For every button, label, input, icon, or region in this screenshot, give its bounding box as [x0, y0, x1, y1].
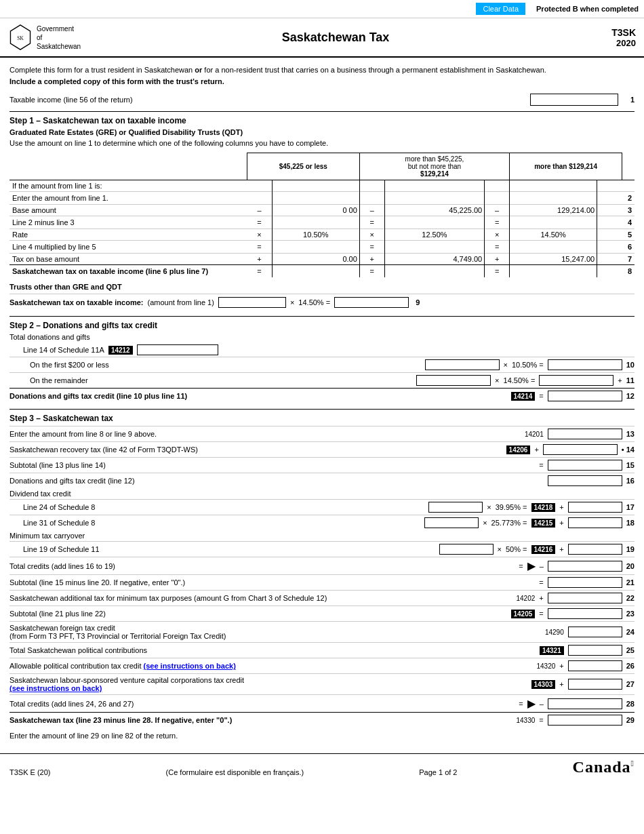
step3-row22-label: Saskatchewan additional tax for minimum … — [9, 594, 512, 602]
step3-row14-input[interactable] — [543, 444, 618, 455]
step3-row27-input[interactable] — [568, 679, 622, 690]
step3-row28-dash: – — [540, 700, 544, 708]
step3-row17-input2[interactable] — [568, 502, 622, 513]
trusts-op: × — [290, 298, 294, 306]
step2-row11-op2: + — [618, 376, 622, 384]
step3-row29-input[interactable] — [548, 715, 622, 726]
step2-heading: Step 2 – Donations and gifts tax credit — [9, 316, 635, 330]
svg-text:SK: SK — [17, 36, 24, 41]
step3-row22-code: 14202 — [517, 595, 536, 602]
step3-row23-input[interactable] — [548, 608, 622, 619]
step3-row22-linenum: 22 — [626, 594, 635, 602]
step3-row25-input[interactable] — [568, 645, 622, 656]
taxable-income-input[interactable] — [530, 94, 618, 106]
step2-row11-amount-input[interactable] — [416, 375, 491, 386]
step3-row27-linenum: 27 — [626, 680, 635, 688]
step2-row12-label: Donations and gifts tax credit (line 10 … — [9, 392, 507, 400]
step3-row-26: Allowable political contribution tax cre… — [9, 658, 635, 673]
step3-row13-input[interactable] — [548, 429, 622, 439]
step3-row29-linenum: 29 — [626, 716, 635, 724]
gre-row-4: Line 2 minus line 3 = = = 4 — [9, 216, 635, 229]
gre-row-8-c2[interactable] — [386, 266, 484, 277]
step3-row25-linenum: 25 — [626, 646, 635, 654]
step3-final-note: Enter the amount of line 29 on line 82 o… — [9, 732, 635, 740]
step3-row26-link[interactable]: (see instructions on back) — [144, 662, 236, 670]
step2-schedule-code: 14212 — [108, 346, 133, 355]
gre-row-8-c1[interactable] — [273, 266, 359, 277]
step3-row28-label: Total credits (add lines 24, 26 and 27) — [9, 700, 515, 708]
clear-data-button[interactable]: Clear Data — [476, 3, 525, 15]
step2-row10-linenum: 10 — [626, 361, 635, 369]
form-code: T3SK 2020 — [582, 27, 636, 48]
step2-row12-op: = — [539, 392, 543, 400]
trusts-amount-input[interactable] — [218, 297, 286, 308]
step3-row20-input[interactable] — [548, 561, 622, 572]
step3-row21-input[interactable] — [548, 577, 622, 588]
step3-row25-code: 14321 — [540, 646, 564, 655]
step3-row27-link[interactable]: (see instructions on back) — [9, 684, 102, 692]
step2-row12-input[interactable] — [548, 391, 622, 401]
step3-row24-input[interactable] — [568, 627, 622, 637]
step2-row11-op: × — [495, 376, 499, 384]
step2-total-label: Total donations and gifts — [9, 333, 635, 341]
step3-row26-op: + — [559, 662, 563, 670]
gre-row-8-c3[interactable] — [510, 266, 596, 277]
step3-row19-input1[interactable] — [439, 544, 494, 555]
step3-row18-input1[interactable] — [424, 517, 479, 528]
form-title: Saskatchewan Tax — [89, 31, 582, 45]
step3-row16-input[interactable] — [548, 475, 622, 486]
gre-row-6-c1[interactable] — [273, 241, 359, 252]
step3-row18-input2[interactable] — [568, 517, 622, 528]
step2-row10-amount-input[interactable] — [425, 359, 500, 370]
main-content: Complete this form for a trust resident … — [0, 58, 644, 747]
step3-row22-op: + — [539, 594, 543, 602]
gre-row-4-c1[interactable] — [273, 217, 359, 228]
step3-row17-op1: × — [487, 503, 491, 511]
gre-row-6-c3[interactable] — [510, 241, 596, 252]
step2-row10-result-input[interactable] — [548, 359, 622, 370]
step3-row19-label: Line 19 of Schedule 11 — [23, 545, 435, 553]
step3-row-21: Subtotal (line 15 minus line 20. If nega… — [9, 574, 635, 590]
gre-row-header: If the amount from line 1 is: — [9, 180, 635, 192]
step3-row19-rate: 50% = — [506, 545, 527, 553]
gre-row-2-c2-input[interactable] — [386, 193, 484, 203]
gre-row-2-c3-input[interactable] — [510, 193, 596, 203]
col1-header: $45,225 or less — [247, 153, 359, 180]
gre-row-2-c1-input[interactable] — [273, 193, 359, 203]
step3-row22-input[interactable] — [548, 593, 622, 603]
step2-schedule-input[interactable] — [137, 344, 218, 355]
step3-row-24: Saskatchewan foreign tax credit(from For… — [9, 621, 635, 642]
step3-row17-rate: 39.95% = — [496, 503, 527, 511]
gre-row-2-label: Enter the amount from line 1. — [9, 192, 247, 205]
trusts-result-input[interactable] — [334, 297, 409, 308]
instructions: Complete this form for a trust resident … — [9, 64, 635, 87]
step3-row13-code: 14201 — [525, 431, 544, 438]
gre-row-5-label: Rate — [9, 229, 247, 241]
step3-row20-linenum: 20 — [626, 562, 635, 570]
step3-row15-input[interactable] — [548, 460, 622, 471]
step3-row28-input[interactable] — [548, 698, 622, 709]
step3-row19-input2[interactable] — [568, 544, 622, 555]
step3-row19-code: 14216 — [531, 545, 556, 554]
gre-row-4-c2[interactable] — [386, 217, 484, 228]
step2-schedule-row: Line 14 of Schedule 11A 14212 — [9, 343, 635, 357]
step3-row17-input1[interactable] — [428, 502, 483, 513]
step3-row17-code: 14218 — [531, 503, 556, 512]
trusts-row-9: Saskatchewan tax on taxable income: (amo… — [9, 294, 635, 311]
step2-row-12: Donations and gifts tax credit (line 10 … — [9, 388, 635, 403]
step3-row-20: Total credits (add lines 16 to 19) = ▶ –… — [9, 557, 635, 574]
gre-row-2: Enter the amount from line 1. 2 — [9, 192, 635, 205]
gre-row-4-c3[interactable] — [510, 217, 596, 228]
step3-row26-input[interactable] — [568, 660, 622, 671]
step3-row24-linenum: 24 — [626, 628, 635, 636]
gre-row-6-c2[interactable] — [386, 241, 484, 252]
step3-dividend-label: Dividend tax credit — [9, 490, 71, 498]
step3-row26-linenum: 26 — [626, 662, 635, 670]
gre-row-7-label: Tax on base amount — [9, 254, 247, 265]
step3-row23-label: Subtotal (line 21 plus line 22) — [9, 610, 507, 618]
step3-row21-linenum: 21 — [626, 578, 635, 587]
gre-row-7: Tax on base amount + 0.00 + 4,749.00 + 1… — [9, 254, 635, 265]
gre-row-6: Line 4 multiplied by line 5 = = = 6 — [9, 241, 635, 254]
step3-row25-label: Total Saskatchewan political contributio… — [9, 646, 536, 654]
step2-row11-result-input[interactable] — [539, 375, 613, 386]
